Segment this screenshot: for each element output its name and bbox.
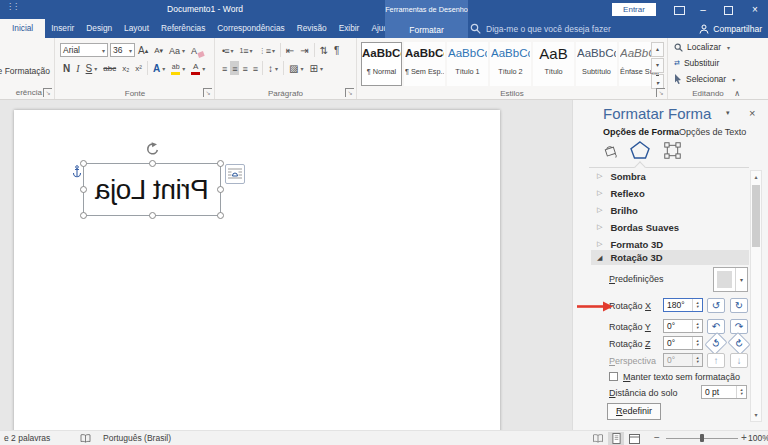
- show-paragraph-marks-button[interactable]: ¶: [332, 43, 341, 57]
- dropdown-icon[interactable]: ▾: [182, 63, 185, 75]
- spin-down-icon[interactable]: ▾: [696, 343, 698, 347]
- tab-referencias[interactable]: Referências: [155, 19, 211, 38]
- strikethrough-button[interactable]: abc: [101, 61, 118, 75]
- tab-layout[interactable]: Layout: [118, 19, 155, 38]
- multilevel-list-button[interactable]: ⋮≡▾: [257, 43, 277, 57]
- pane-close-icon[interactable]: ×: [749, 107, 755, 119]
- font-dialog-launcher[interactable]: ↘: [203, 88, 212, 97]
- font-name-combo[interactable]: Arial▾: [60, 43, 108, 57]
- zoom-level[interactable]: 100%: [748, 433, 768, 443]
- sort-button[interactable]: ⇅: [318, 43, 330, 57]
- justify-button[interactable]: ≡: [251, 61, 259, 75]
- increase-indent-button[interactable]: ⇥: [298, 43, 310, 57]
- dropdown-icon[interactable]: ▾: [272, 45, 275, 57]
- minimize-button[interactable]: –: [692, 0, 714, 19]
- bullets-button[interactable]: •≡▾: [220, 43, 235, 57]
- effects-icon-selected[interactable]: [629, 140, 651, 160]
- align-right-button[interactable]: ≡: [241, 61, 249, 75]
- decrease-indent-button[interactable]: ⇤: [284, 43, 296, 57]
- superscript-button[interactable]: x²: [133, 61, 144, 75]
- grow-font-button[interactable]: A▴: [136, 43, 150, 57]
- rotate-handle[interactable]: [145, 142, 160, 161]
- style-titulo-2[interactable]: AaBbCcCTítulo 2: [490, 42, 531, 86]
- dropdown-icon[interactable]: ▾: [301, 63, 304, 75]
- dropdown-icon[interactable]: ▾: [735, 268, 747, 291]
- highlight-button[interactable]: ab▾: [169, 61, 187, 75]
- rotation-z-input[interactable]: 0°▴▾: [663, 336, 703, 350]
- scroll-down-arrow[interactable]: ▾: [751, 409, 761, 421]
- styles-gallery-more[interactable]: ▾: [651, 74, 664, 89]
- style-sem-espacamento[interactable]: AaBbCcDc¶ Sem Esp...: [404, 42, 445, 86]
- zoom-in-button[interactable]: +: [741, 432, 747, 443]
- print-layout-view-button[interactable]: [608, 432, 624, 445]
- tab-opcoes-de-forma[interactable]: Opções de Forma: [603, 127, 679, 137]
- underline-button[interactable]: S▾: [84, 61, 100, 75]
- keep-text-flat-label[interactable]: Manter texto sem formatação: [623, 372, 740, 382]
- selected-text-box[interactable]: Print Loja: [83, 163, 221, 216]
- zoom-slider-thumb[interactable]: [700, 434, 704, 442]
- handle-top-right[interactable]: [217, 160, 224, 167]
- dropdown-icon[interactable]: ▾: [727, 44, 730, 51]
- paragraph-dialog-launcher[interactable]: ↘: [345, 88, 354, 97]
- collapse-ribbon-icon[interactable]: ∧: [734, 89, 740, 98]
- spinner[interactable]: ▴▾: [692, 299, 702, 311]
- dropdown-icon[interactable]: ▾: [275, 63, 278, 75]
- font-size-combo[interactable]: 36▾: [110, 43, 135, 57]
- styles-dialog-launcher[interactable]: ↘: [656, 88, 665, 97]
- section-brilho[interactable]: ▷Brilho: [597, 202, 638, 218]
- spinner[interactable]: ▴▾: [736, 386, 746, 398]
- spin-down-icon[interactable]: ▾: [696, 326, 698, 330]
- handle-top-center[interactable]: [149, 160, 156, 167]
- borders-button[interactable]: ⊞▾: [308, 61, 325, 75]
- subscript-button[interactable]: x₂: [120, 61, 131, 75]
- scroll-up-arrow[interactable]: ▴: [751, 171, 761, 183]
- language-indicator[interactable]: Português (Brasil): [103, 433, 171, 443]
- reset-button[interactable]: Redefinir: [607, 403, 661, 420]
- numbering-button[interactable]: 1≡▾: [237, 43, 254, 57]
- presets-dropdown[interactable]: ▾: [713, 267, 748, 292]
- spinner[interactable]: ▴▾: [692, 337, 702, 349]
- tell-me-search[interactable]: Diga-me o que você deseja fazer: [470, 19, 611, 38]
- align-center-button[interactable]: ≡: [230, 61, 238, 75]
- dropdown-icon[interactable]: ▾: [129, 47, 132, 54]
- find-button[interactable]: Localizar▾: [674, 42, 730, 52]
- spinner[interactable]: ▴▾: [692, 320, 702, 332]
- rotate-y-down-button[interactable]: ↷: [730, 319, 748, 334]
- document-page[interactable]: [14, 110, 500, 430]
- layout-options-button[interactable]: [225, 164, 245, 184]
- tab-opcoes-de-texto[interactable]: Opções de Texto: [679, 127, 746, 137]
- tab-inicial[interactable]: Inicial: [0, 19, 45, 38]
- restore-button[interactable]: [717, 0, 739, 19]
- spin-down-icon[interactable]: ▾: [740, 392, 742, 396]
- handle-middle-left[interactable]: [80, 186, 87, 193]
- shading-button[interactable]: ▨▾: [287, 61, 305, 75]
- web-layout-view-button[interactable]: [626, 432, 642, 445]
- share-button[interactable]: Compartilhar: [699, 19, 762, 38]
- select-button[interactable]: Selecionar▾: [674, 74, 735, 84]
- bold-button[interactable]: N: [61, 61, 72, 75]
- handle-middle-right[interactable]: [217, 186, 224, 193]
- change-case-button[interactable]: Aa▾: [167, 43, 187, 57]
- font-color-button[interactable]: A▾: [189, 61, 207, 75]
- styles-scroll-down[interactable]: ▾: [651, 58, 664, 73]
- distance-from-ground-input[interactable]: 0 pt▴▾: [701, 385, 747, 399]
- section-rotacao-3d-expanded[interactable]: ◢Rotação 3D: [591, 250, 749, 265]
- pane-scrollbar[interactable]: ▴ ▾: [750, 170, 762, 422]
- rotate-z-cw-button[interactable]: ↻: [727, 332, 750, 355]
- dropdown-icon[interactable]: ▾: [202, 63, 205, 75]
- section-reflexo[interactable]: ▷Reflexo: [597, 185, 645, 201]
- section-bordas-suaves[interactable]: ▷Bordas Suaves: [597, 219, 679, 235]
- style-subtitulo[interactable]: AaBbCcDSubtítulo: [576, 42, 617, 86]
- handle-bottom-left[interactable]: [80, 212, 87, 219]
- handle-bottom-right[interactable]: [217, 212, 224, 219]
- read-mode-view-button[interactable]: [590, 432, 606, 445]
- document-area[interactable]: Print Loja: [0, 100, 572, 430]
- dropdown-icon[interactable]: ▾: [732, 76, 735, 83]
- tab-correspondencias[interactable]: Correspondências: [211, 19, 290, 38]
- tab-revisao[interactable]: Revisão: [291, 19, 333, 38]
- tab-inserir[interactable]: Inserir: [45, 19, 80, 38]
- format-painter-label[interactable]: e Formatação: [0, 66, 50, 76]
- section-sombra[interactable]: ▷Sombra: [597, 168, 646, 184]
- keep-text-flat-checkbox[interactable]: [609, 372, 618, 381]
- zoom-out-button[interactable]: −: [654, 432, 660, 443]
